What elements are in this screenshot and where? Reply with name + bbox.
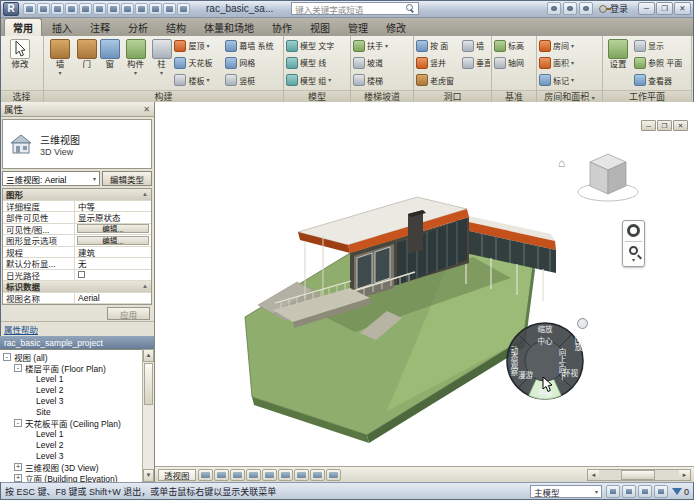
close-properties-icon[interactable]: ✕	[143, 105, 150, 114]
wheel-zoom-label[interactable]: 缩放	[538, 326, 553, 334]
design-options-icon[interactable]	[622, 485, 636, 498]
property-row[interactable]: 视图名称Aerial	[3, 293, 151, 305]
tree-item[interactable]: +立面 (Building Elevation)	[0, 472, 154, 482]
ramp-button[interactable]: 坡道	[352, 55, 411, 71]
ceiling-button[interactable]: 天花板	[173, 55, 223, 71]
thin-lines-icon[interactable]	[163, 3, 176, 15]
wheel-updown-label[interactable]: 向上/向下	[557, 348, 565, 380]
hscroll-track[interactable]	[599, 470, 679, 480]
property-row[interactable]: 规程建筑	[3, 247, 151, 259]
browser-scrollbar[interactable]: ▲ ▼	[142, 349, 154, 482]
property-value[interactable]: 建筑	[75, 247, 151, 258]
property-value[interactable]: 编辑...	[77, 224, 149, 233]
wall-opening-button[interactable]: 墙	[461, 38, 490, 54]
wheel-close-icon[interactable]: ✕	[577, 318, 588, 329]
property-value[interactable]	[75, 270, 151, 281]
level-button[interactable]: 标高	[493, 38, 534, 54]
roof-button[interactable]: 屋顶▾	[173, 38, 223, 54]
column-button[interactable]: 柱 ▾	[151, 37, 173, 89]
wheel-center-label[interactable]: 中心	[538, 338, 553, 346]
tree-expander-icon[interactable]: +	[14, 474, 22, 482]
reveal-hidden-elements-icon[interactable]	[326, 469, 341, 481]
sun-path-checkbox[interactable]	[78, 271, 85, 278]
wheel-walk-label[interactable]: 漫游	[518, 372, 533, 380]
close-button[interactable]: ✕	[674, 2, 691, 15]
tab-插入[interactable]: 插入	[44, 19, 80, 36]
model-text-button[interactable]: 模型 文字	[285, 38, 348, 54]
apply-button[interactable]: 应用	[107, 307, 150, 320]
detail-level-icon[interactable]	[198, 469, 213, 481]
vertical-opening-button[interactable]: 垂直	[461, 55, 490, 71]
tab-常用[interactable]: 常用	[4, 18, 42, 36]
show-work-plane-button[interactable]: 显示	[633, 38, 688, 54]
collapse-icon[interactable]: ▲	[142, 191, 148, 197]
show-crop-region-icon[interactable]	[294, 469, 309, 481]
print-icon[interactable]	[93, 3, 106, 15]
app-menu-icon[interactable]: R	[3, 2, 19, 16]
selection-filter[interactable]: 0	[672, 487, 689, 497]
visual-style-icon[interactable]	[214, 469, 229, 481]
scroll-down-icon[interactable]: ▼	[143, 469, 154, 482]
zoom-tool-button[interactable]: ▾	[624, 246, 643, 263]
tab-注释[interactable]: 注释	[82, 19, 118, 36]
tab-协作[interactable]: 协作	[264, 19, 300, 36]
sync-icon[interactable]	[51, 3, 64, 15]
press-drag-icon[interactable]	[654, 485, 668, 498]
section-icon[interactable]	[149, 3, 162, 15]
scroll-right-icon[interactable]: ►	[679, 470, 690, 480]
restore-view-button[interactable]: ❐	[657, 120, 672, 131]
panel-label-work-plane[interactable]: 工作平面	[603, 90, 691, 102]
favorites-icon[interactable]	[563, 2, 577, 15]
modify-button[interactable]: 修改	[1, 37, 39, 89]
maximize-button[interactable]: ❐	[656, 2, 673, 15]
tab-视图[interactable]: 视图	[302, 19, 338, 36]
mullion-button[interactable]: 竖梃	[224, 72, 282, 88]
viewcube[interactable]: ⌂	[558, 146, 654, 212]
tree-expander-icon[interactable]: +	[14, 463, 22, 471]
panel-label-model[interactable]: 模型	[284, 90, 350, 102]
property-value[interactable]: 显示原状态	[75, 212, 151, 223]
help-icon[interactable]	[579, 2, 593, 15]
tree-item[interactable]: -楼层平面 (Floor Plan)	[0, 362, 154, 373]
crop-view-icon[interactable]	[278, 469, 293, 481]
redo-icon[interactable]	[79, 3, 92, 15]
ref-plane-button[interactable]: 参照 平面	[633, 55, 688, 71]
curtain-grid-button[interactable]: 网格	[224, 55, 282, 71]
minimize-button[interactable]: ─	[638, 2, 655, 15]
panel-label-select[interactable]: 选择	[0, 90, 43, 102]
temporary-hide-isolate-icon[interactable]	[310, 469, 325, 481]
hscroll-thumb[interactable]	[621, 470, 655, 480]
tag-button[interactable]: 标记▾	[538, 72, 600, 88]
tab-分析[interactable]: 分析	[120, 19, 156, 36]
save-icon[interactable]	[37, 3, 50, 15]
properties-help-link[interactable]: 属性帮助	[0, 321, 154, 336]
panel-label-opening[interactable]: 洞口	[414, 90, 491, 102]
tree-expander-icon[interactable]: -	[14, 364, 22, 372]
edit-type-button[interactable]: 编辑类型	[102, 171, 152, 186]
viewer-button[interactable]: 查看器	[633, 72, 688, 88]
tree-item[interactable]: +三维视图 (3D View)	[0, 461, 154, 472]
door-button[interactable]: 门	[76, 37, 98, 89]
tree-item[interactable]: Level 1	[0, 428, 154, 439]
tree-item[interactable]: -视图 (all)	[0, 351, 154, 362]
view-scale[interactable]: 透视图	[158, 469, 196, 481]
measure-icon[interactable]	[107, 3, 120, 15]
curtain-system-button[interactable]: 幕墙 系统	[224, 38, 282, 54]
scroll-up-icon[interactable]: ▲	[143, 349, 154, 362]
property-row[interactable]: 图形显示选项编辑...	[3, 235, 151, 247]
steering-wheel-button[interactable]	[624, 224, 643, 237]
tag-icon[interactable]	[121, 3, 134, 15]
room-button[interactable]: 房间▾	[538, 38, 600, 54]
shadows-icon[interactable]	[246, 469, 261, 481]
show-rendering-dialog-icon[interactable]	[262, 469, 277, 481]
sun-path-icon[interactable]	[230, 469, 245, 481]
undo-icon[interactable]	[65, 3, 78, 15]
property-row[interactable]: 默认分析显...无	[3, 258, 151, 270]
tree-item[interactable]: Level 2	[0, 439, 154, 450]
property-row[interactable]: 可见性/图...编辑...	[3, 224, 151, 236]
opening-by-face-button[interactable]: 按 面	[415, 38, 460, 54]
tree-item[interactable]: -天花板平面 (Ceiling Plan)	[0, 417, 154, 428]
grid-button[interactable]: 轴网	[493, 55, 534, 71]
home-icon[interactable]: ⌂	[558, 156, 565, 170]
project-browser-header[interactable]: rac_basic_sample_project	[0, 336, 154, 349]
